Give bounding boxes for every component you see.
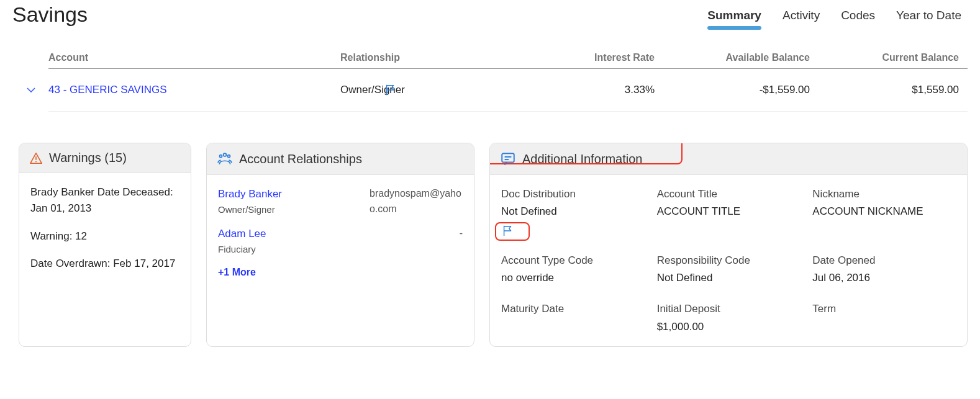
relationship-entry: Adam Lee Fiduciary - [218, 226, 463, 257]
svg-point-2 [224, 153, 227, 156]
svg-point-3 [220, 155, 222, 158]
page-title: Savings [12, 2, 88, 27]
info-nickname: Nickname ACCOUNT NICKNAME [812, 186, 956, 238]
td-interest-rate: 3.33% [520, 84, 663, 96]
tabs: Summary Activity Codes Year to Date [707, 2, 968, 27]
info-value: Not Defined [657, 270, 801, 286]
tab-activity[interactable]: Activity [783, 9, 820, 27]
additional-info-body: Doc Distribution Not Defined Account Tit… [490, 175, 967, 346]
additional-info-panel: Additional Information Doc Distribution … [489, 143, 968, 347]
account-name-link[interactable]: 43 - GENERIC SAVINGS [48, 84, 340, 96]
info-value: $1,000.00 [657, 319, 801, 335]
th-account: Account [48, 52, 340, 63]
relationships-more-link[interactable]: +1 More [218, 265, 463, 280]
warnings-body: Brady Banker Date Deceased: Jan 01, 2013… [19, 173, 191, 294]
additional-info-header: Additional Information [490, 143, 967, 175]
relationships-panel: Account Relationships Brady Banker Owner… [206, 143, 474, 347]
warning-item: Brady Banker Date Deceased: Jan 01, 2013 [30, 184, 179, 217]
warnings-panel: Warnings (15) Brady Banker Date Deceased… [19, 143, 191, 347]
info-label: Date Opened [812, 253, 956, 269]
info-account-type-code: Account Type Code no override [501, 253, 645, 287]
th-current-balance: Current Balance [819, 52, 968, 63]
info-value: Jul 06, 2016 [812, 270, 956, 286]
td-current-balance: $1,559.00 [819, 84, 968, 96]
th-interest-rate: Interest Rate [520, 52, 663, 63]
tab-year-to-date[interactable]: Year to Date [896, 9, 961, 27]
td-available-balance: -$1,559.00 [663, 84, 819, 96]
tab-codes[interactable]: Codes [841, 9, 875, 27]
relationship-email: - [460, 226, 463, 257]
relationship-role: Fiduciary [218, 242, 266, 256]
td-relationship: Owner/Signer [340, 84, 520, 96]
info-label: Account Type Code [501, 253, 645, 269]
flag-icon[interactable] [384, 83, 397, 97]
relationship-name-link[interactable]: Adam Lee [218, 226, 266, 242]
table-header-row: Account Relationship Interest Rate Avail… [48, 52, 968, 69]
info-value: ACCOUNT TITLE [657, 204, 801, 220]
people-icon [217, 151, 233, 167]
info-label: Responsibility Code [657, 253, 801, 269]
info-account-title: Account Title ACCOUNT TITLE [657, 186, 801, 238]
info-doc-distribution: Doc Distribution Not Defined [501, 186, 645, 238]
svg-rect-5 [502, 153, 514, 162]
flag-icon[interactable] [501, 224, 645, 238]
info-value: Not Defined [501, 204, 645, 220]
info-responsibility-code: Responsibility Code Not Defined [657, 253, 801, 287]
info-label: Doc Distribution [501, 186, 645, 202]
svg-point-1 [35, 161, 37, 162]
relationship-role: Owner/Signer [218, 202, 282, 217]
relationships-body: Brady Banker Owner/Signer bradynospam@ya… [207, 175, 474, 292]
accounts-table: Account Relationship Interest Rate Avail… [12, 52, 968, 112]
info-label: Maturity Date [501, 301, 645, 317]
info-initial-deposit: Initial Deposit $1,000.00 [657, 301, 801, 335]
info-date-opened: Date Opened Jul 06, 2016 [812, 253, 956, 287]
additional-info-title: Additional Information [522, 152, 642, 166]
tab-summary[interactable]: Summary [707, 9, 761, 27]
comment-icon [500, 151, 516, 167]
info-value: ACCOUNT NICKNAME [812, 204, 956, 220]
header: Savings Summary Activity Codes Year to D… [12, 0, 968, 27]
relationship-name-link[interactable]: Brady Banker [218, 186, 282, 202]
relationship-entry: Brady Banker Owner/Signer bradynospam@ya… [218, 186, 463, 217]
warnings-title: Warnings (15) [49, 151, 127, 165]
info-label: Nickname [812, 186, 956, 202]
relationship-email: bradynospam@yahoo.com [370, 186, 463, 217]
panels-row: Warnings (15) Brady Banker Date Deceased… [12, 143, 968, 347]
info-label: Initial Deposit [657, 301, 801, 317]
warning-item: Warning: 12 [30, 228, 179, 244]
warning-item: Date Overdrawn: Feb 17, 2017 [30, 256, 179, 272]
relationships-title: Account Relationships [239, 152, 362, 166]
info-term: Term [812, 301, 956, 335]
info-maturity-date: Maturity Date [501, 301, 645, 335]
table-row: 43 - GENERIC SAVINGS Owner/Signer 3.33% … [48, 69, 968, 112]
th-relationship: Relationship [340, 52, 520, 63]
info-label: Account Title [657, 186, 801, 202]
svg-point-4 [228, 155, 230, 158]
chevron-down-icon[interactable] [26, 86, 36, 94]
info-label: Term [812, 301, 956, 317]
warnings-panel-header: Warnings (15) [19, 143, 191, 173]
info-value: no override [501, 270, 645, 286]
warning-icon [29, 151, 43, 165]
th-available-balance: Available Balance [663, 52, 819, 63]
relationships-panel-header: Account Relationships [207, 143, 474, 175]
